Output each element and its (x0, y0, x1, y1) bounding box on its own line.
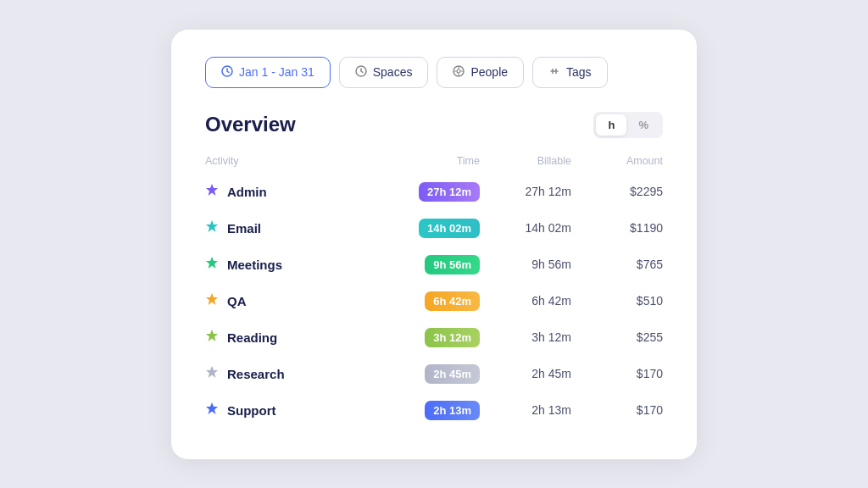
star-icon (205, 402, 219, 419)
billable-cell-meetings: 9h 56m (480, 258, 571, 271)
time-badge-email: 14h 02m (419, 219, 480, 238)
time-badge-admin: 27h 12m (419, 182, 480, 202)
activity-cell-meetings: Meetings (205, 256, 388, 273)
billable-cell-reading: 3h 12m (480, 330, 571, 344)
col-time: Time (388, 155, 480, 167)
star-icon (205, 329, 219, 346)
star-icon (205, 292, 219, 309)
filter-tags-icon (548, 65, 560, 80)
star-icon (205, 256, 219, 273)
activity-cell-admin: Admin (205, 183, 388, 200)
col-billable: Billable (480, 155, 571, 167)
filter-bar: Jan 1 - Jan 31SpacesPeopleTags (205, 57, 663, 88)
billable-cell-qa: 6h 42m (480, 294, 571, 308)
amount-cell-reading: $255 (571, 330, 663, 344)
time-badge-meetings: 9h 56m (425, 255, 480, 274)
activity-name-meetings: Meetings (227, 258, 282, 272)
time-cell-support: 2h 13m (388, 401, 480, 420)
svg-marker-8 (206, 330, 218, 341)
filter-spaces-button[interactable]: Spaces (339, 57, 429, 88)
svg-marker-4 (206, 184, 218, 196)
filter-spaces-icon (355, 65, 367, 80)
time-cell-reading: 3h 12m (388, 328, 480, 347)
star-icon (205, 219, 219, 236)
filter-date-label: Jan 1 - Jan 31 (239, 65, 314, 79)
main-card: Jan 1 - Jan 31SpacesPeopleTags Overview … (171, 30, 697, 459)
activity-cell-qa: QA (205, 292, 388, 309)
time-cell-research: 2h 45m (388, 364, 480, 384)
filter-people-button[interactable]: People (437, 57, 524, 88)
billable-cell-email: 14h 02m (480, 221, 571, 235)
svg-marker-5 (206, 220, 218, 232)
table-body: Admin27h 12m27h 12m$2295Email14h 02m14h … (205, 174, 663, 429)
star-icon (205, 183, 219, 200)
activity-cell-research: Research (205, 365, 388, 382)
amount-cell-meetings: $765 (571, 258, 663, 271)
svg-marker-10 (206, 402, 218, 414)
time-badge-reading: 3h 12m (425, 328, 480, 347)
time-cell-meetings: 9h 56m (388, 255, 480, 274)
time-cell-email: 14h 02m (388, 219, 480, 238)
activity-name-research: Research (227, 367, 285, 381)
table-row: Reading3h 12m3h 12m$255 (205, 319, 663, 356)
col-amount: Amount (571, 155, 663, 167)
filter-date-icon (221, 65, 233, 80)
table-row: Admin27h 12m27h 12m$2295 (205, 174, 663, 210)
amount-cell-admin: $2295 (571, 185, 663, 198)
table-row: Research2h 45m2h 45m$170 (205, 356, 663, 392)
filter-spaces-label: Spaces (373, 65, 413, 79)
time-cell-qa: 6h 42m (388, 291, 480, 311)
amount-cell-qa: $510 (571, 294, 663, 308)
time-badge-qa: 6h 42m (425, 291, 480, 311)
table-row: Support2h 13m2h 13m$170 (205, 392, 663, 429)
activity-cell-support: Support (205, 402, 388, 419)
activity-cell-email: Email (205, 219, 388, 236)
svg-marker-6 (206, 257, 218, 269)
filter-people-icon (453, 65, 465, 80)
activity-name-qa: QA (227, 294, 247, 308)
table-header: Activity Time Billable Amount (205, 155, 663, 174)
svg-point-3 (457, 69, 460, 73)
billable-cell-admin: 27h 12m (480, 185, 571, 198)
toggle-hours-button[interactable]: h (596, 114, 626, 136)
amount-cell-email: $1190 (571, 221, 663, 235)
filter-people-label: People (470, 65, 508, 79)
star-icon (205, 365, 219, 382)
filter-tags-label: Tags (566, 65, 592, 79)
overview-title: Overview (205, 113, 296, 136)
overview-header: Overview h % (205, 112, 663, 138)
billable-cell-support: 2h 13m (480, 403, 571, 417)
billable-cell-research: 2h 45m (480, 367, 571, 380)
amount-cell-research: $170 (571, 367, 663, 380)
table-row: QA6h 42m6h 42m$510 (205, 283, 663, 319)
toggle-group: h % (593, 112, 663, 138)
activity-name-reading: Reading (227, 330, 277, 345)
svg-marker-7 (206, 293, 218, 305)
time-badge-research: 2h 45m (425, 364, 480, 384)
activity-cell-reading: Reading (205, 329, 388, 346)
filter-date-button[interactable]: Jan 1 - Jan 31 (205, 57, 331, 88)
svg-marker-9 (206, 366, 218, 378)
activity-name-admin: Admin (227, 185, 267, 199)
filter-tags-button[interactable]: Tags (532, 57, 608, 88)
activity-name-email: Email (227, 221, 261, 236)
amount-cell-support: $170 (571, 403, 663, 417)
col-activity: Activity (205, 155, 388, 167)
table-row: Email14h 02m14h 02m$1190 (205, 210, 663, 247)
time-cell-admin: 27h 12m (388, 182, 480, 202)
time-badge-support: 2h 13m (425, 401, 480, 420)
activity-name-support: Support (227, 403, 276, 418)
table-row: Meetings9h 56m9h 56m$765 (205, 247, 663, 283)
toggle-percent-button[interactable]: % (626, 114, 660, 136)
